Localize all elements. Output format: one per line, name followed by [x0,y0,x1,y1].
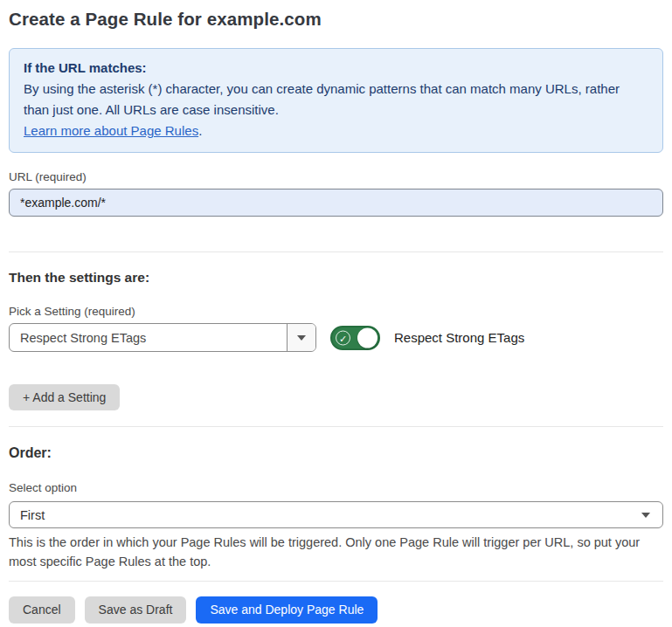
setting-select-arrow-button[interactable] [287,324,315,351]
setting-toggle-label: Respect Strong ETags [394,330,524,345]
order-help-text: This is the order in which your Page Rul… [9,533,663,571]
url-field-label: URL (required) [9,170,663,183]
order-select-label: Select option [9,481,663,494]
save-deploy-button[interactable]: Save and Deploy Page Rule [196,596,378,624]
footer-actions: Cancel Save as Draft Save and Deploy Pag… [9,596,663,624]
toggle-knob [357,327,378,348]
setting-select[interactable]: Respect Strong ETags [9,323,316,352]
order-select-value: First [10,508,641,522]
chevron-down-icon [641,513,650,518]
cancel-button[interactable]: Cancel [9,596,75,624]
order-section-heading: Order: [9,445,663,461]
url-input[interactable] [9,189,663,217]
learn-more-link[interactable]: Learn more about Page Rules [24,123,198,138]
setting-select-value: Respect Strong ETags [10,324,287,351]
url-matches-info-box: If the URL matches: By using the asteris… [9,48,663,153]
info-box-heading: If the URL matches: [24,58,648,79]
create-page-rule-form: Create a Page Rule for example.com If th… [0,9,672,624]
save-draft-button[interactable]: Save as Draft [85,596,187,624]
check-icon: ✓ [336,330,350,345]
setting-picker-label: Pick a Setting (required) [9,305,663,318]
divider [9,251,663,252]
page-title: Create a Page Rule for example.com [9,9,663,30]
info-box-link-line: Learn more about Page Rules. [24,121,648,141]
divider [9,426,663,427]
setting-toggle[interactable]: ✓ [330,326,380,350]
settings-section-heading: Then the settings are: [9,270,663,286]
info-box-body: By using the asterisk (*) character, you… [24,79,648,121]
add-setting-button[interactable]: + Add a Setting [9,384,120,410]
divider [9,581,663,582]
order-select[interactable]: First [9,501,663,528]
chevron-down-icon [297,335,306,341]
setting-row: Respect Strong ETags ✓ Respect Strong ET… [9,323,663,352]
link-suffix: . [198,123,202,138]
